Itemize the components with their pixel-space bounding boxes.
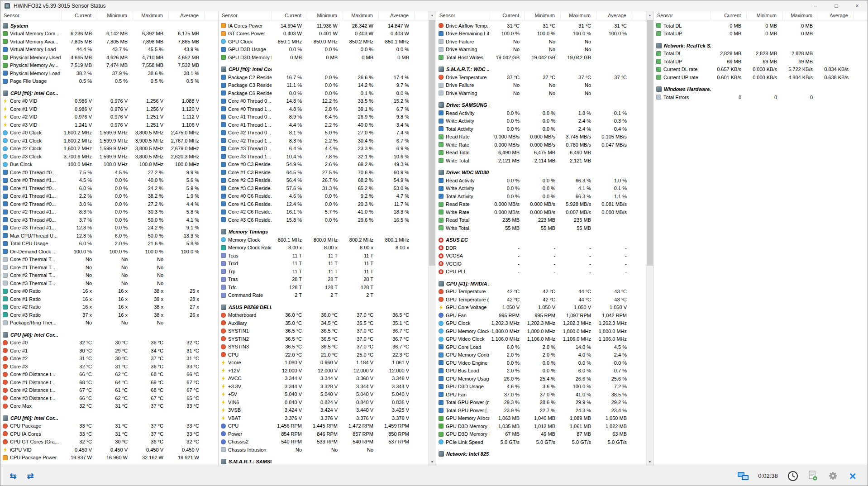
sensor-row[interactable]: Virtual Memory Load44.4 %43.7 %45.5 %43.… — [0, 46, 218, 54]
vertical-scrollbar[interactable]: ▲ ▼ — [428, 11, 436, 466]
sensor-row[interactable]: Core #130 °C29 °C34 °C31 °C — [0, 347, 218, 355]
sensor-row[interactable]: Core #3 Distance t...66 °C62 °C67 °C65 °… — [0, 394, 218, 402]
sensor-row[interactable]: Write Activity0.0 %0.0 %4.1 %0.1 % — [436, 185, 646, 193]
sensor-row[interactable]: CPU Package Power19.837 W16.960 W32.162 … — [0, 454, 218, 462]
sensor-row[interactable]: Auxiliary35.0 °C34.5 °C35.5 °C35.1 °C — [219, 319, 428, 327]
sensor-row[interactable]: Core #0 Thread #0...7.5 %4.5 %27.2 %9.9 … — [0, 168, 218, 176]
sensor-group-header[interactable]: S.M.A.R.T.: WDC ... — [436, 66, 646, 74]
sensor-row[interactable]: Current UP rate0.601 KB/s0.000 KB/s4.804… — [654, 73, 868, 81]
sensor-row[interactable]: Trp11 T11 T11 T — [219, 267, 428, 276]
sensor-group-header[interactable]: CPU [#0]: Intel Cor... — [219, 66, 428, 74]
sensor-row[interactable]: AVCC3.344 V3.344 V3.360 V3.346 V — [219, 375, 428, 383]
sensor-row[interactable]: Drive Airflow Temp...31 °C31 °C31 °C31 °… — [436, 22, 646, 30]
sensor-row[interactable]: Core #332 °C31 °C36 °C33 °C — [0, 362, 218, 371]
sensor-row[interactable]: Core #1 Thread 1 ...4.4 %2.2 %40.0 %3.4 … — [219, 121, 428, 129]
sensor-row[interactable]: Read Activity0.0 %0.0 %1.8 %0.1 % — [436, 109, 646, 117]
sensor-row[interactable]: Memory Clock Ratio8.00 x8.00 x8.00 x8.00… — [219, 244, 428, 252]
sensor-row[interactable]: Core #1 Ratio16 x16 x39 x28 x — [0, 295, 218, 303]
sensor-row[interactable]: +3.3V3.344 V3.328 V3.344 V3.344 V — [219, 382, 428, 391]
sensor-row[interactable]: On-Demand Clock ...100.0 %100.0 %100.0 %… — [0, 248, 218, 256]
sensor-row[interactable]: Core #2 Thermal T...NoNoNo — [0, 272, 218, 280]
sensor-row[interactable]: Core #3 Thread 1 ...10.4 %7.8 %32.1 %10.… — [219, 152, 428, 161]
column-header-average[interactable]: Average — [596, 11, 632, 20]
sensor-row[interactable]: Write Total2,121 MB2,114 MB2,121 MB — [436, 157, 646, 165]
column-header-average[interactable]: Average — [169, 11, 205, 20]
sensor-row[interactable]: Core #2 Distance t...67 °C61 °C68 °C67 °… — [0, 386, 218, 395]
vertical-scrollbar[interactable]: ▲ ▼ — [646, 11, 654, 466]
sensor-row[interactable]: Core #0 Thread 1 ...4.8 %2.8 %39.1 %6.7 … — [219, 105, 428, 113]
sensor-row[interactable]: Tcas11 T11 T11 T — [219, 252, 428, 260]
sensor-row[interactable]: Command Rate2 T2 T2 T — [219, 291, 428, 300]
sensor-row[interactable]: Core #2 C6 Reside...16.1 %5.7 %41.0 %18.… — [219, 208, 428, 216]
sensor-row[interactable]: Core #2 Clock1,600.2 MHz1,599.9 MHz3,800… — [0, 145, 218, 153]
reset-clock-button[interactable] — [786, 469, 800, 483]
column-header-minimum[interactable]: Minimum — [525, 11, 561, 20]
column-header-current[interactable]: Current — [62, 11, 97, 20]
sensor-row[interactable]: GPU D3D Memory D...67 MB49 MB87 MB63 MB — [436, 430, 646, 438]
sensor-row[interactable]: Core #1 Thread #0...6.0 %0.0 %24.2 %5.9 … — [0, 184, 218, 192]
sensor-row[interactable]: Core #0 Clock1,600.2 MHz1,599.9 MHz3,800… — [0, 129, 218, 137]
sensor-row[interactable]: Read Total6,490 MB6,475 MB6,490 MB — [436, 149, 646, 157]
sensor-row[interactable]: Physical Memory Av...7,519 MB7,474 MB7,5… — [0, 62, 218, 70]
sensor-group-header[interactable]: CPU [#0]: Intel Cor... — [0, 331, 218, 339]
sensor-row[interactable]: Drive WarningNoNoNo — [436, 89, 646, 97]
sensor-row[interactable]: GPU Core Voltage1.050 V1.050 V1.050 V1.0… — [436, 304, 646, 312]
sensor-row[interactable]: Core #1 Thread 0 ...8.9 %6.4 %26.9 %9.8 … — [219, 113, 428, 121]
sensor-row[interactable]: Core #1 C6 Reside...12.4 %0.0 %20.3 %11.… — [219, 200, 428, 208]
sensor-row[interactable]: GPU Memory Alloca...1,063 MB1,040 MB1,08… — [436, 415, 646, 423]
sensor-row[interactable]: +5V5.040 V5.040 V5.040 V5.040 V — [219, 391, 428, 399]
maximize-button[interactable]: □ — [826, 0, 847, 11]
sensor-group-header[interactable]: ASUS EC — [436, 236, 646, 244]
sensor-row[interactable]: Core #1 Clock1,600.2 MHz1,599.9 MHz3,900… — [0, 137, 218, 145]
sensor-row[interactable]: Core #0 VID0.986 V0.976 V1.256 V1.088 V — [0, 97, 218, 105]
scrollbar-track[interactable] — [646, 19, 653, 458]
sensor-row[interactable]: 3VSB3.424 V3.424 V3.440 V3.425 V — [219, 406, 428, 415]
sensor-row[interactable]: CPU IA Cores33 °C31 °C37 °C33 °C — [0, 430, 218, 438]
sensor-row[interactable]: Package C3 Reside...11.1 %0.0 %14.2 %9.7… — [219, 81, 428, 90]
sensor-group-header[interactable]: Memory Timings — [219, 228, 428, 236]
sensor-group-header[interactable]: CPU [#0]: Intel Cor... — [0, 414, 218, 422]
sensor-row[interactable]: Drive FailureNoNoNo — [436, 81, 646, 90]
scrollbar-thumb[interactable] — [429, 20, 435, 266]
sensor-row[interactable]: DDR---- — [436, 244, 646, 252]
minimize-button[interactable]: – — [805, 0, 826, 11]
sensor-row[interactable]: Package C6 Reside...0.0 %0.0 %0.1 %0.0 % — [219, 89, 428, 97]
sensor-row[interactable]: Vcore1.080 V0.960 V1.184 V1.061 V — [219, 359, 428, 367]
sensor-row[interactable]: Core #1 VID0.986 V0.976 V1.256 V1.120 V — [0, 105, 218, 113]
sensor-row[interactable]: GPU Video Clock1,106.0 MHz1,106.0 MHz1,1… — [436, 335, 646, 343]
sensor-row[interactable]: Core #2 Thread 1 ...8.3 %2.2 %30.4 %6.7 … — [219, 137, 428, 145]
sensor-row[interactable]: CPU22.0 °C21.0 °C25.0 °C22.3 °C — [219, 351, 428, 359]
sensor-row[interactable]: Core #0 C3 Reside...54.9 %2.6 %69.2 %49.… — [219, 161, 428, 169]
sensor-group-header[interactable]: S.M.A.R.T.: SAMSU... — [219, 458, 428, 466]
sensor-row[interactable]: Core Max32 °C31 °C37 °C33 °C — [0, 402, 218, 410]
sensor-row[interactable]: Core #032 °C30 °C36 °C32 °C — [0, 339, 218, 347]
sensor-row[interactable]: Memory Clock800.1 MHz800.0 MHz800.2 MHz8… — [219, 236, 428, 244]
column-header-maximum[interactable]: Maximum — [343, 11, 379, 20]
sensor-row[interactable]: Current DL rate0.657 KB/s0.000 KB/s5.722… — [654, 66, 868, 74]
sensor-row[interactable]: Total Activity0.0 %0.0 %66.3 %1.1 % — [436, 192, 646, 200]
sensor-row[interactable]: GPU Core Load6.0 %2.0 %14.0 %4.5 % — [436, 343, 646, 351]
sensor-row[interactable]: GPU Memory Contr...2.0 %2.0 %4.0 %2.4 % — [436, 351, 646, 359]
sensor-row[interactable]: GPU D3D Usage4.6 %3.6 %100.0 %7.2 % — [436, 383, 646, 391]
column-header-average[interactable]: Average — [818, 11, 854, 20]
sensor-row[interactable]: Power854 RPM846 RPM857 RPM850 RPM — [219, 430, 428, 438]
sensor-row[interactable]: GPU Memory Clock1,800.0 MHz1,800.0 MHz1,… — [436, 327, 646, 335]
sensor-row[interactable]: Write Rate0.000 MB/s0.000 MB/s0.007 MB/s… — [436, 208, 646, 216]
sensor-row[interactable]: Total GPU Power [...23.9 %22.7 %24.3 %23… — [436, 406, 646, 415]
sensor-row[interactable]: Total CPU Usage6.0 %2.0 %21.6 %5.8 % — [0, 240, 218, 248]
sensor-row[interactable]: Core #3 Thread #0...3.7 %0.0 %50.0 %4.1 … — [0, 216, 218, 224]
sensor-group-header[interactable]: CPU [#0]: Intel Cor... — [0, 89, 218, 97]
sensor-row[interactable]: Core #1 Thread #1...2.2 %0.0 %38.2 %1.9 … — [0, 192, 218, 200]
column-header-sensor[interactable]: Sensor — [219, 11, 272, 20]
column-header-average[interactable]: Average — [379, 11, 415, 20]
sensor-group-header[interactable]: Network: RealTek S... — [654, 42, 868, 50]
sensor-row[interactable]: GPU D3D Usage0.0 %0.0 %0.0 %0.0 % — [219, 46, 428, 54]
sensor-row[interactable]: Total Errors000 — [654, 93, 868, 101]
sensor-row[interactable]: Write Activity0.0 %0.0 %2.4 %0.3 % — [436, 117, 646, 125]
sensor-row[interactable]: GPU Memory Usage26.0 %25.4 %26.6 %25.6 % — [436, 375, 646, 383]
sensor-row[interactable]: Core #231 °C30 °C37 °C31 °C — [0, 355, 218, 363]
column-header-current[interactable]: Current — [711, 11, 747, 20]
sensor-row[interactable]: Max CPU/Thread U...12.8 %6.0 %50.0 %13.3… — [0, 232, 218, 240]
sensor-row[interactable]: Read Total235 MB223 MB235 MB — [436, 216, 646, 224]
sensor-group-header[interactable]: Drive: WDC WD300... — [436, 169, 646, 177]
